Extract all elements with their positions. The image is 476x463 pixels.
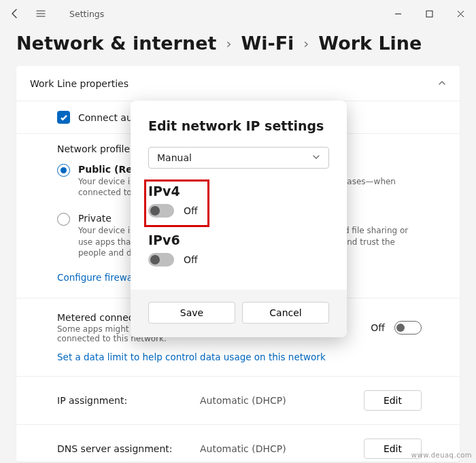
chevron-down-icon — [312, 152, 320, 163]
ip-settings-dialog: Edit network IP settings Manual IPv4 Off… — [131, 101, 347, 337]
ip-label: IP assignment: — [57, 395, 200, 406]
metered-toggle[interactable] — [394, 321, 422, 335]
title-bar: Settings — [0, 0, 476, 27]
breadcrumb-network[interactable]: Network & internet — [16, 33, 216, 54]
breadcrumb: Network & internet › Wi-Fi › Work Line — [0, 27, 476, 66]
dns-label: DNS server assignment: — [57, 443, 200, 454]
breadcrumb-wifi[interactable]: Wi-Fi — [241, 33, 294, 54]
ip-edit-button[interactable]: Edit — [364, 390, 422, 411]
minimize-button[interactable] — [382, 0, 413, 27]
chevron-right-icon: › — [303, 35, 309, 52]
ip-mode-value: Manual — [157, 152, 192, 163]
ipv4-toggle[interactable] — [148, 204, 174, 218]
chevron-up-icon — [438, 77, 446, 90]
profile-public-radio[interactable] — [57, 164, 70, 177]
profile-private-radio[interactable] — [57, 213, 70, 226]
close-button[interactable] — [445, 0, 476, 27]
dns-value: Automatic (DHCP) — [200, 443, 286, 454]
ipv6-section: IPv6 Off — [148, 233, 329, 267]
connect-auto-checkbox[interactable] — [57, 111, 70, 124]
ipv6-toggle[interactable] — [148, 253, 174, 267]
dns-assignment-row: DNS server assignment: Automatic (DHCP) … — [16, 425, 460, 462]
ipv4-label: IPv4 — [148, 184, 329, 199]
ipv4-section: IPv4 Off — [148, 184, 329, 218]
chevron-right-icon: › — [226, 35, 231, 52]
metered-state-label: Off — [371, 322, 385, 333]
dialog-title: Edit network IP settings — [148, 118, 329, 133]
svg-rect-0 — [426, 11, 432, 17]
maximize-button[interactable] — [413, 0, 445, 27]
ip-assignment-row: IP assignment: Automatic (DHCP) Edit — [16, 377, 460, 424]
card-title: Work Line properties — [30, 78, 129, 89]
back-button[interactable] — [8, 7, 22, 20]
ip-value: Automatic (DHCP) — [200, 395, 286, 406]
breadcrumb-current: Work Line — [318, 33, 422, 54]
properties-header[interactable]: Work Line properties — [16, 66, 460, 101]
app-title: Settings — [69, 9, 104, 19]
datalimit-link[interactable]: Set a data limit to help control data us… — [57, 351, 326, 362]
datalimit-link-row: Set a data limit to help control data us… — [16, 347, 460, 376]
ip-mode-select[interactable]: Manual — [148, 147, 329, 169]
ipv4-state: Off — [184, 205, 198, 216]
cancel-button[interactable]: Cancel — [242, 302, 329, 324]
ipv6-state: Off — [184, 254, 198, 265]
ipv6-label: IPv6 — [148, 233, 329, 247]
watermark: www.deuaq.com — [411, 451, 472, 459]
save-button[interactable]: Save — [148, 302, 235, 324]
menu-button[interactable] — [34, 7, 48, 20]
